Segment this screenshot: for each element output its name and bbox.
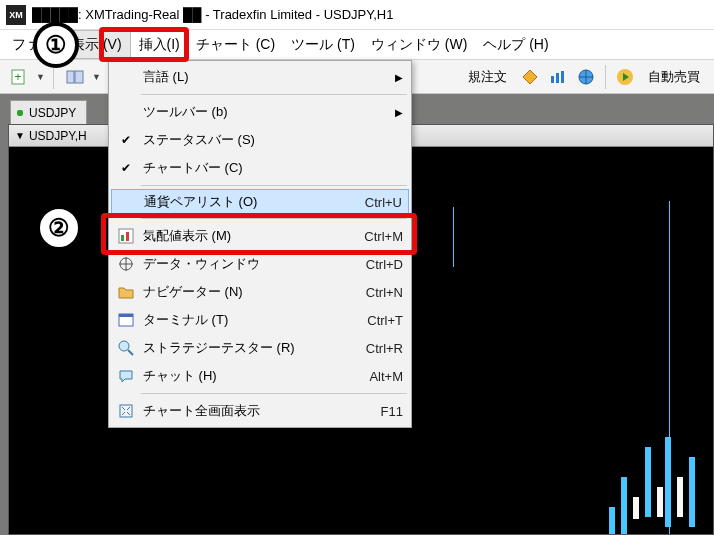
crosshair-icon xyxy=(118,256,134,272)
menu-item-strategy-tester[interactable]: ストラテジーテスター (R) Ctrl+R xyxy=(111,334,409,362)
autotrade-label[interactable]: 自動売買 xyxy=(640,68,708,86)
view-menu-dropdown: 言語 (L) ▶ ツールバー (b) ▶ ✔ ステータスバー (S) ✔ チャー… xyxy=(108,60,412,428)
svg-line-18 xyxy=(128,350,133,355)
folder-list-icon xyxy=(66,68,84,86)
menu-item-label: チャートバー (C) xyxy=(139,159,347,177)
chat-icon xyxy=(118,368,134,384)
menu-item-market-watch[interactable]: 気配値表示 (M) Ctrl+M xyxy=(111,222,409,250)
menu-item-shortcut: Ctrl+N xyxy=(347,285,403,300)
menu-item-chartbar[interactable]: ✔ チャートバー (C) xyxy=(111,154,409,182)
menu-item-statusbar[interactable]: ✔ ステータスバー (S) xyxy=(111,126,409,154)
toolbar-separator xyxy=(53,65,54,89)
menu-item-shortcut: Ctrl+R xyxy=(347,341,403,356)
toolbar-separator xyxy=(605,65,606,89)
title-server: : XMTrading-Real ██ - Tradexfin Limited … xyxy=(78,7,393,22)
menu-chart[interactable]: チャート (C) xyxy=(188,30,283,59)
dropdown-caret-icon[interactable]: ▼ xyxy=(92,72,101,82)
fullscreen-icon xyxy=(118,403,134,419)
menu-view[interactable]: 表示 (V) xyxy=(62,30,131,59)
menu-item-data-window[interactable]: データ・ウィンドウ Ctrl+D xyxy=(111,250,409,278)
menu-separator xyxy=(141,218,407,219)
check-icon: ✔ xyxy=(121,133,131,147)
menu-item-language[interactable]: 言語 (L) ▶ xyxy=(111,63,409,91)
menu-item-label: チャート全画面表示 xyxy=(139,402,347,420)
menu-item-label: データ・ウィンドウ xyxy=(139,255,347,273)
svg-rect-13 xyxy=(126,232,129,241)
menu-item-shortcut: Ctrl+D xyxy=(347,257,403,272)
title-bar: XM █████ : XMTrading-Real ██ - Tradexfin… xyxy=(0,0,714,30)
menu-item-label: ストラテジーテスター (R) xyxy=(139,339,347,357)
svg-point-17 xyxy=(119,341,129,351)
svg-rect-12 xyxy=(121,235,124,241)
svg-rect-16 xyxy=(119,314,133,317)
autotrade-button[interactable] xyxy=(612,64,638,90)
document-tab[interactable]: USDJPY xyxy=(10,100,87,124)
svg-rect-2 xyxy=(67,71,74,83)
profiles-button[interactable] xyxy=(62,64,88,90)
candle xyxy=(665,437,671,527)
svg-rect-19 xyxy=(120,405,132,417)
menu-help[interactable]: ヘルプ (H) xyxy=(475,30,556,59)
metaquotes-button[interactable] xyxy=(517,64,543,90)
menu-separator xyxy=(141,94,407,95)
svg-marker-4 xyxy=(523,70,537,84)
menu-file[interactable]: ファイ xyxy=(4,30,62,59)
status-dot-icon xyxy=(17,110,23,116)
candle xyxy=(645,447,651,517)
menu-separator xyxy=(141,393,407,394)
menu-item-fullscreen[interactable]: チャート全画面表示 F11 xyxy=(111,397,409,425)
submenu-arrow-icon: ▶ xyxy=(395,107,403,118)
new-order-label-partial[interactable]: 規注文 xyxy=(460,68,515,86)
menu-item-shortcut: F11 xyxy=(347,404,403,419)
candle xyxy=(677,477,683,517)
menu-insert[interactable]: 挿入(I) xyxy=(131,30,188,59)
market-watch-icon xyxy=(118,228,134,244)
magnify-chart-icon xyxy=(118,340,134,356)
menu-item-label: チャット (H) xyxy=(139,367,347,385)
menu-item-symbols[interactable]: 通貨ペアリスト (O) Ctrl+U xyxy=(111,189,409,215)
menu-tools[interactable]: ツール (T) xyxy=(283,30,363,59)
market-button[interactable] xyxy=(573,64,599,90)
menu-separator xyxy=(141,185,407,186)
chart-icon xyxy=(549,68,567,86)
check-icon: ✔ xyxy=(121,161,131,175)
folder-icon xyxy=(118,284,134,300)
diamond-icon xyxy=(521,68,539,86)
chevron-down-icon: ▼ xyxy=(15,130,25,141)
menu-item-shortcut: Ctrl+M xyxy=(347,229,403,244)
candle xyxy=(609,507,615,534)
candle xyxy=(689,457,695,527)
menu-item-chat[interactable]: チャット (H) Alt+M xyxy=(111,362,409,390)
signals-button[interactable] xyxy=(545,64,571,90)
candle xyxy=(621,477,627,534)
app-icon: XM xyxy=(6,5,26,25)
svg-rect-3 xyxy=(75,71,83,83)
submenu-arrow-icon: ▶ xyxy=(395,72,403,83)
menu-window[interactable]: ウィンドウ (W) xyxy=(363,30,475,59)
menu-item-label: 通貨ペアリスト (O) xyxy=(140,193,346,211)
candle xyxy=(657,487,663,517)
dropdown-caret-icon[interactable]: ▼ xyxy=(36,72,45,82)
menu-item-label: ナビゲーター (N) xyxy=(139,283,347,301)
candle-wick xyxy=(453,207,454,267)
svg-rect-7 xyxy=(561,71,564,83)
document-tab-label: USDJPY xyxy=(29,106,76,120)
menu-bar: ファイ 表示 (V) 挿入(I) チャート (C) ツール (T) ウィンドウ … xyxy=(0,30,714,60)
menu-item-label: ターミナル (T) xyxy=(139,311,347,329)
terminal-icon xyxy=(118,312,134,328)
menu-item-shortcut: Ctrl+T xyxy=(347,313,403,328)
menu-item-toolbars[interactable]: ツールバー (b) ▶ xyxy=(111,98,409,126)
new-chart-button[interactable]: + xyxy=(6,64,32,90)
menu-item-terminal[interactable]: ターミナル (T) Ctrl+T xyxy=(111,306,409,334)
title-account-masked: █████ xyxy=(32,7,78,22)
menu-item-navigator[interactable]: ナビゲーター (N) Ctrl+N xyxy=(111,278,409,306)
svg-rect-5 xyxy=(551,76,554,83)
svg-rect-6 xyxy=(556,73,559,83)
plus-doc-icon: + xyxy=(10,68,28,86)
globe-icon xyxy=(577,68,595,86)
menu-item-shortcut: Alt+M xyxy=(347,369,403,384)
candle xyxy=(633,497,639,519)
autotrade-icon xyxy=(616,68,634,86)
menu-item-shortcut: Ctrl+U xyxy=(346,195,402,210)
svg-text:+: + xyxy=(14,70,21,84)
